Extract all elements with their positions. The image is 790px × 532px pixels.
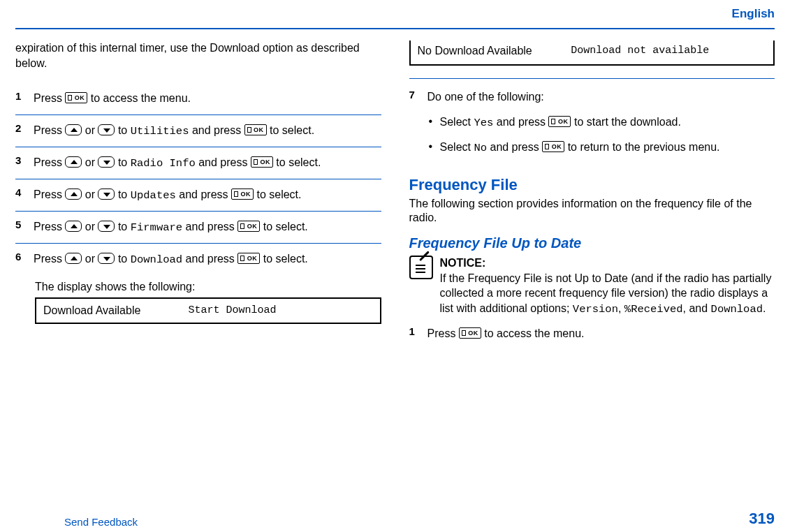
- notice-body: NOTICE: If the Frequency File is not Up …: [440, 256, 775, 317]
- step7-options: Select Yes and press to start the downlo…: [427, 110, 775, 160]
- step-number: 4: [15, 186, 34, 204]
- text: Press: [34, 124, 65, 136]
- step-5: 5 Press or to Firmware and press to sele…: [15, 211, 381, 243]
- subsection-freq-uptodate: Frequency File Up to Date: [409, 235, 775, 251]
- send-feedback-link[interactable]: Send Feedback: [15, 516, 138, 528]
- notice-label: NOTICE:: [440, 257, 486, 269]
- display-value: Download not available: [571, 45, 766, 57]
- display-box-available: Download Available Start Download: [35, 297, 381, 324]
- display-row: Download Available Start Download: [43, 304, 373, 317]
- step6-result: The display shows the following:: [35, 281, 381, 293]
- opt: %Received: [624, 303, 683, 316]
- step-body: Press to access the menu.: [34, 90, 381, 108]
- section-frequency-file: Frequency File: [409, 176, 775, 194]
- text: Press: [34, 189, 65, 200]
- step-7: 7 Do one of the following: Select Yes an…: [409, 89, 775, 161]
- option-no: Select No and press to return to the pre…: [427, 135, 775, 161]
- text: to select.: [263, 221, 308, 232]
- ok-button-icon: [237, 221, 260, 232]
- text: to select.: [270, 124, 314, 136]
- notice-icon: [409, 256, 433, 279]
- opt: Download: [711, 303, 763, 316]
- step-number: 3: [15, 154, 34, 172]
- text: and press: [198, 156, 251, 168]
- up-arrow-icon: [65, 253, 82, 264]
- text: to: [118, 156, 131, 168]
- text: and press: [179, 189, 231, 200]
- text: Select: [440, 141, 474, 153]
- intro-text: expiration of this internal timer, use t…: [15, 40, 381, 71]
- text: and press: [493, 116, 548, 128]
- text: Select: [440, 116, 474, 128]
- ok-button-icon: [548, 116, 571, 127]
- left-column: expiration of this internal timer, use t…: [15, 40, 381, 348]
- up-arrow-icon: [65, 189, 82, 200]
- text: Press: [427, 327, 459, 339]
- text: Press: [34, 92, 65, 104]
- step-7-wrapper: 7 Do one of the following: Select Yes an…: [409, 78, 775, 161]
- down-arrow-icon: [98, 156, 115, 168]
- step-6: 6 Press or to Download and press to sele…: [15, 243, 381, 275]
- display-label: No Download Available: [418, 45, 571, 57]
- ok-button-icon: [244, 124, 267, 135]
- step-body: Press or to Download and press to select…: [34, 251, 381, 268]
- page-number: 319: [749, 510, 775, 528]
- option-value: Yes: [474, 117, 493, 129]
- text: to select.: [256, 189, 301, 200]
- text: ,: [618, 302, 624, 314]
- text: and press: [487, 141, 542, 153]
- ok-button-icon: [65, 92, 87, 103]
- step-4: 4 Press or to Updates and press to selec…: [15, 179, 381, 211]
- right-column: No Download Available Download not avail…: [409, 40, 775, 348]
- page-footer: Send Feedback 319: [15, 510, 775, 528]
- step-number: 2: [15, 122, 34, 140]
- display-row: No Download Available Download not avail…: [418, 45, 767, 57]
- step-body: Do one of the following: Select Yes and …: [427, 89, 775, 161]
- step-3: 3 Press or to Radio Info and press to se…: [15, 147, 381, 179]
- notice-block: NOTICE: If the Frequency File is not Up …: [409, 256, 775, 317]
- menu-target: Download: [131, 253, 182, 266]
- text: and press: [186, 253, 238, 265]
- text: or: [85, 189, 98, 200]
- text: or: [85, 124, 98, 136]
- step-body: Press or to Updates and press to select.: [34, 186, 381, 204]
- opt: Version: [573, 303, 618, 316]
- section-desc: The following section provides informati…: [409, 197, 775, 226]
- text: to select.: [263, 253, 308, 265]
- text: Press: [34, 253, 65, 265]
- step-number: 6: [15, 251, 34, 268]
- down-arrow-icon: [98, 189, 115, 200]
- step-body: Press or to Firmware and press to select…: [34, 219, 381, 236]
- steps-list: 1 Press to access the menu. 2 Press or t…: [15, 83, 381, 275]
- ok-button-icon: [231, 189, 254, 200]
- text: .: [763, 302, 766, 314]
- ok-button-icon: [237, 253, 260, 264]
- text: and press: [186, 221, 238, 232]
- freq-step-1: 1 Press to access the menu.: [409, 320, 775, 348]
- text: to access the menu.: [484, 327, 584, 339]
- step-body: Press or to Radio Info and press to sele…: [34, 154, 381, 172]
- option-value: No: [474, 142, 487, 154]
- text: or: [85, 253, 98, 265]
- text: or: [85, 221, 98, 232]
- text: to: [118, 124, 131, 136]
- down-arrow-icon: [98, 253, 115, 264]
- display-label: Download Available: [43, 304, 188, 317]
- option-yes: Select Yes and press to start the downlo…: [427, 110, 775, 135]
- text: to: [118, 189, 131, 200]
- step-number: 1: [15, 90, 34, 108]
- text: to: [118, 221, 131, 232]
- up-arrow-icon: [65, 156, 82, 168]
- up-arrow-icon: [65, 124, 82, 135]
- ok-button-icon: [251, 156, 273, 168]
- step-2: 2 Press or to Utilities and press to sel…: [15, 114, 381, 147]
- menu-target: Radio Info: [131, 157, 196, 170]
- step-1: 1 Press to access the menu.: [15, 83, 381, 114]
- text: , and: [683, 302, 711, 314]
- step-number: 5: [15, 219, 34, 236]
- text: Press: [34, 156, 65, 168]
- up-arrow-icon: [65, 221, 82, 232]
- text: to access the menu.: [91, 92, 191, 104]
- menu-target: Updates: [131, 189, 176, 202]
- header-language: English: [15, 7, 775, 24]
